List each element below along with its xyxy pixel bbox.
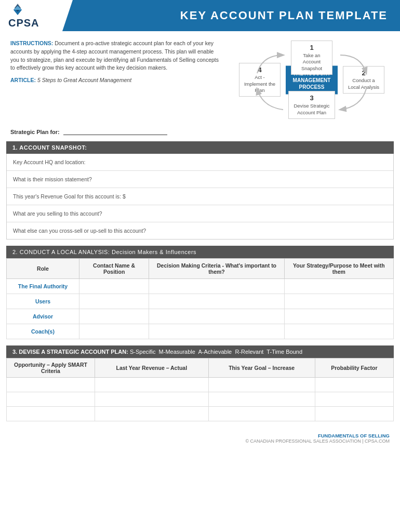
opportunity-3 [7,407,95,421]
section3-table: Opportunity – Apply SMART Criteria Last … [6,358,394,421]
step3-label: Devise Strategic Account Plan [294,103,329,115]
article-label: ARTICLE: [10,77,36,83]
smart-label: S-Specific M-Measurable A-Achievable R-R… [130,349,302,355]
col-last-year: Last Year Revenue – Actual [95,358,209,378]
strategic-plan-line [63,128,167,135]
opportunity-1 [7,378,95,392]
snapshot-fields: Key Account HQ and location: What is the… [6,154,394,240]
section1: 1. ACCOUNT SNAPSHOT: Key Account HQ and … [6,141,394,240]
section2-title: 2. CONDUCT A LOCAL ANALYSIS: [12,249,110,255]
section1-header: 1. ACCOUNT SNAPSHOT: [6,141,394,154]
cycle-step-2: 2 Conduct a Local Analysis [343,66,384,94]
section2-table: Role Contact Name & Position Decision Ma… [6,258,394,339]
cycle-step-4: 4 Act - Implement the Plan [239,63,281,97]
role-final-authority: The Final Authority [7,279,79,294]
criteria-coach [149,324,285,339]
opportunity-2 [7,392,95,407]
probability-2 [315,392,393,407]
smart-header-row: Opportunity – Apply SMART Criteria Last … [7,358,394,378]
smart-t: T-Time Bound [266,349,302,355]
contact-final-authority [79,279,149,294]
goal-increase-1 [208,378,315,392]
section2-subtitle: Decision Makers & Influencers [112,249,196,255]
table-row: Users [7,294,394,309]
logo-text: CPSA [8,17,39,29]
col-this-year: This Year Goal – Increase [208,358,315,378]
goal-increase-3 [208,407,315,421]
snapshot-field-4: What are you selling to this account? [7,205,393,222]
col-probability: Probability Factor [315,358,393,378]
snapshot-field-3: This year's Revenue Goal for this accoun… [7,188,393,205]
instructions-paragraph: INSTRUCTIONS: Document a pro-active stra… [10,39,223,72]
step1-label: Take an Account Snapshot [301,52,322,71]
section3: 3. DEVISE A STRATEGIC ACCOUNT PLAN: S-Sp… [6,345,394,421]
step2-num: 2 [348,69,380,78]
article-text: 5 Steps to Great Account Management [37,77,131,83]
logo-icon [8,3,27,17]
instructions-label: INSTRUCTIONS: [10,40,53,46]
snapshot-field-5: What else can you cross-sell or up-sell … [7,222,393,239]
role-coach: Coach(s) [7,324,79,339]
page-header: CPSA KEY ACCOUNT PLAN TEMPLATE [0,0,400,31]
strategy-coach [284,324,393,339]
step4-label: Act - Implement the Plan [244,74,275,93]
step1-num: 1 [296,44,328,52]
cycle-step-1: 1 Take an Account Snapshot [291,41,332,75]
contact-users [79,294,149,309]
footer: FUNDAMENTALS OF SELLING © CANADIAN PROFE… [0,428,400,448]
main-content: 1. ACCOUNT SNAPSHOT: Key Account HQ and … [0,141,400,421]
strategy-advisor [284,309,393,324]
criteria-advisor [149,309,285,324]
article-row: ARTICLE: 5 Steps to Great Account Manage… [10,76,223,85]
probability-3 [315,407,393,421]
footer-copyright: © CANADIAN PROFESSIONAL SALES ASSOCIATIO… [10,438,390,444]
step4-num: 4 [244,66,276,75]
goal-increase-2 [208,392,315,407]
cycle-container: THE ACCOUNT MANAGEMENT PROCESS 1 Take an… [239,39,384,120]
revenue-actual-2 [95,392,209,407]
probability-1 [315,378,393,392]
page-title: KEY ACCOUNT PLAN TEMPLATE [180,9,388,22]
criteria-users [149,294,285,309]
footer-brand: FUNDAMENTALS OF SELLING [10,433,390,438]
contact-advisor [79,309,149,324]
table-row: Coach(s) [7,324,394,339]
section2-header: 2. CONDUCT A LOCAL ANALYSIS: Decision Ma… [6,246,394,258]
snapshot-field-1: Key Account HQ and location: [7,154,393,171]
role-advisor: Advisor [7,309,79,324]
table-row: The Final Authority [7,279,394,294]
smart-r: R-Relevant [235,349,263,355]
logo-area: CPSA [0,0,62,31]
col-contact: Contact Name & Position [79,259,149,279]
intro-text-area: INSTRUCTIONS: Document a pro-active stra… [10,39,223,120]
role-users: Users [7,294,79,309]
table-row [7,407,394,421]
section3-title: 3. DEVISE A STRATEGIC ACCOUNT PLAN: [12,349,128,355]
table-row [7,378,394,392]
header-title-band: KEY ACCOUNT PLAN TEMPLATE [62,0,400,31]
criteria-final-authority [149,279,285,294]
cpsa-logo: CPSA [8,3,39,29]
section2: 2. CONDUCT A LOCAL ANALYSIS: Decision Ma… [6,246,394,339]
strategy-final-authority [284,279,393,294]
strategy-users [284,294,393,309]
col-criteria: Decision Making Criteria - What's import… [149,259,285,279]
revenue-actual-3 [95,407,209,421]
revenue-actual-1 [95,378,209,392]
col-role: Role [7,259,79,279]
intro-section: INSTRUCTIONS: Document a pro-active stra… [0,31,400,124]
table-row [7,392,394,407]
smart-s: S-Specific [130,349,156,355]
step3-num: 3 [293,94,330,103]
table-row: Advisor [7,309,394,324]
strategic-plan-label: Strategic Plan for: [10,129,60,135]
step2-label: Conduct a Local Analysis [348,78,379,90]
smart-a: A-Achievable [198,349,232,355]
cycle-diagram: THE ACCOUNT MANAGEMENT PROCESS 1 Take an… [234,39,390,120]
table-header-row: Role Contact Name & Position Decision Ma… [7,259,394,279]
col-strategy: Your Strategy/Purpose to Meet with them [284,259,393,279]
strategic-plan-row: Strategic Plan for: [0,124,400,141]
smart-m: M-Measurable [159,349,195,355]
col-opportunity: Opportunity – Apply SMART Criteria [7,358,95,378]
contact-coach [79,324,149,339]
